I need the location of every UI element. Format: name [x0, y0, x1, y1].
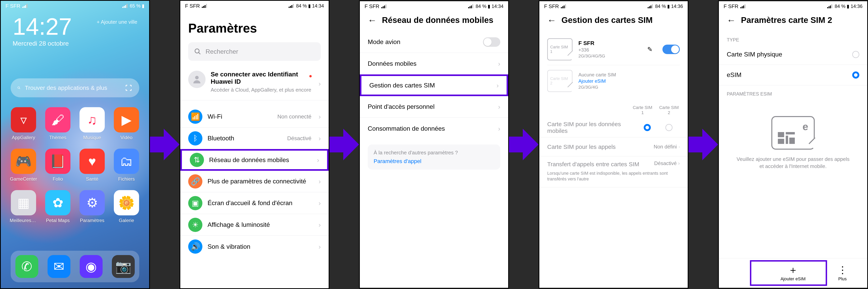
arrow-step-2: [330, 0, 359, 289]
battery-time-label: 84 % ▮ 14:36: [835, 4, 863, 9]
chevron-right-icon: ›: [319, 199, 321, 207]
app-themes[interactable]: 🖌 Thèmes: [43, 107, 72, 140]
app-label: Galerie: [119, 218, 134, 223]
app-label: Petal Maps: [46, 218, 70, 223]
column-headers: Carte SIM 1 Carte SIM 2: [539, 99, 688, 118]
app-video[interactable]: ▶ Vidéo: [112, 107, 141, 140]
dock-browser[interactable]: ◉: [80, 255, 102, 278]
app-appgallery[interactable]: ▿ AppGallery: [9, 107, 38, 140]
app-label: Vidéo: [121, 135, 132, 140]
sim2-none: Aucune carte SIM: [579, 72, 680, 78]
section-type: TYPE: [719, 31, 867, 44]
settings-row-bt[interactable]: ᛒ Bluetooth Désactivé ›: [180, 127, 329, 149]
svg-point-5: [195, 76, 199, 79]
sim1-network: 2G/3G/4G/5G: [579, 54, 641, 59]
app-sante[interactable]: ♥ Santé: [77, 149, 107, 182]
row-usage[interactable]: Consommation de données›: [360, 118, 508, 139]
clock-time: 14:27: [12, 15, 137, 38]
sim2-row[interactable]: Carte SIM 2 Aucune carte SIM Ajouter eSI…: [547, 65, 680, 97]
app-label: GameCenter: [10, 176, 37, 182]
signal-icon: [827, 4, 833, 8]
search-input[interactable]: [25, 84, 121, 91]
svg-marker-2: [150, 129, 180, 160]
settings-row-disp[interactable]: ☀ Affichage & luminosité ›: [180, 214, 329, 236]
themes-icon: 🖌: [45, 107, 70, 133]
signal-icon: [561, 4, 566, 8]
search-bar[interactable]: [11, 78, 139, 97]
option-esim[interactable]: eSIM: [719, 65, 867, 85]
back-button[interactable]: ←: [368, 16, 377, 25]
fichiers-icon: 🗂: [114, 149, 139, 174]
carrier-label: F SFR: [723, 3, 738, 9]
battery-label: 65 % ▮: [130, 3, 145, 9]
search-bar[interactable]: [188, 42, 321, 61]
row-simmgmt[interactable]: Gestion des cartes SIM›: [360, 75, 508, 96]
settings-row-data[interactable]: ⇅ Réseau de données mobiles ›: [180, 149, 329, 171]
search-input[interactable]: [205, 48, 315, 55]
chevron-right-icon: ›: [497, 82, 499, 89]
esim-message: Veuillez ajouter une eSIM pour passer de…: [719, 150, 867, 176]
phone-sim2-settings: F SFR 84 % ▮ 14:36 ← Paramètres carte SI…: [718, 0, 868, 289]
hint-card: À la recherche d'autres paramètres ? Par…: [368, 144, 500, 170]
parametres-icon: ⚙: [80, 190, 105, 215]
radio-sim2[interactable]: [665, 124, 673, 131]
settings-row-conn[interactable]: 🔗 Plus de paramètres de connectivité ›: [180, 171, 329, 192]
settings-row-sound[interactable]: 🔊 Son & vibration ›: [180, 236, 329, 257]
back-button[interactable]: ←: [547, 16, 556, 25]
row-mobdata[interactable]: Données mobiles›: [360, 53, 508, 75]
svg-line-1: [19, 88, 20, 89]
data-sim-row[interactable]: Carte SIM pour les données mobiles: [539, 118, 688, 137]
call-sim-row[interactable]: Carte SIM pour les appels Non défini ›: [539, 137, 688, 156]
phone-settings: F SFR 84 % ▮ 14:34 Paramètres Se connect…: [180, 0, 330, 289]
video-icon: ▶: [114, 107, 139, 133]
app-parametres[interactable]: ⚙ Paramètres: [77, 190, 107, 223]
hint-link[interactable]: Paramètres d'appel: [374, 158, 494, 165]
app-fichiers[interactable]: 🗂 Fichiers: [112, 149, 141, 182]
dock-phone[interactable]: ✆: [16, 255, 38, 278]
settings-row-home[interactable]: ▣ Écran d'accueil & fond d'écran ›: [180, 192, 329, 214]
radio-esim[interactable]: [852, 71, 859, 79]
settings-row-wifi[interactable]: 📶 Wi-Fi Non connecté ›: [180, 106, 329, 127]
highlight-add-esim: [750, 260, 827, 286]
sim1-toggle[interactable]: [662, 45, 680, 54]
section-esim: PARAMÈTRES ESIM: [719, 85, 867, 98]
option-physical-sim[interactable]: Carte SIM physique: [719, 44, 867, 65]
account-row[interactable]: Se connecter avec Identifiant Huawei ID …: [180, 67, 329, 100]
call-forward-row[interactable]: Désactivé › Transfert d'appels entre car…: [539, 156, 688, 187]
signal-icon: [740, 4, 746, 8]
dock-camera[interactable]: 📷: [112, 255, 135, 278]
musique-icon: ♫: [80, 107, 105, 133]
carrier-label: F SFR: [544, 3, 559, 9]
meilleuresapps-icon: ▦: [11, 190, 36, 215]
app-gamecenter[interactable]: 🎮 GameCenter: [9, 149, 38, 182]
sim-card-icon: Carte SIM 1: [547, 38, 572, 60]
radio-sim1[interactable]: [644, 124, 651, 131]
app-galerie[interactable]: 🌼 Galerie: [112, 190, 141, 223]
scan-icon[interactable]: [125, 84, 132, 92]
edit-icon[interactable]: ✎: [647, 46, 653, 53]
sim1-row[interactable]: Carte SIM 1 F SFR +336 2G/3G/4G/5G ✎: [547, 34, 680, 65]
dock-messages[interactable]: ✉: [48, 255, 70, 278]
sim2-add-link[interactable]: Ajouter eSIM: [579, 78, 680, 84]
row-hotspot[interactable]: Point d'accès personnel›: [360, 96, 508, 118]
add-city-link[interactable]: Ajouter une ville: [97, 19, 137, 25]
radio-physical[interactable]: [852, 51, 859, 58]
app-folio[interactable]: 📕 Folio: [43, 149, 72, 182]
page-title: Réseau de données mobiles: [382, 16, 493, 25]
app-label: Paramètres: [80, 218, 104, 223]
airplane-toggle[interactable]: [483, 37, 500, 47]
status-bar: F SFR 84 % ▮ 14:36: [539, 1, 688, 11]
dock: ✆✉◉📷: [11, 251, 139, 282]
chevron-right-icon: ›: [317, 156, 319, 164]
app-musique[interactable]: ♫ Musique: [77, 107, 107, 140]
app-grid: ▿ AppGallery🖌 Thèmes♫ Musique▶ Vidéo🎮 Ga…: [1, 97, 149, 223]
search-icon: [18, 86, 21, 89]
carrier-label: F SFR: [5, 3, 20, 9]
app-meilleuresapps[interactable]: ▦ Meilleures ap…: [9, 190, 38, 223]
gamecenter-icon: 🎮: [11, 149, 36, 174]
app-petalmaps[interactable]: ✿ Petal Maps: [43, 190, 72, 223]
row-airplane[interactable]: Mode avion: [360, 31, 508, 53]
back-button[interactable]: ←: [727, 16, 736, 25]
app-label: Folio: [53, 176, 63, 182]
home-icon: ▣: [188, 196, 203, 210]
